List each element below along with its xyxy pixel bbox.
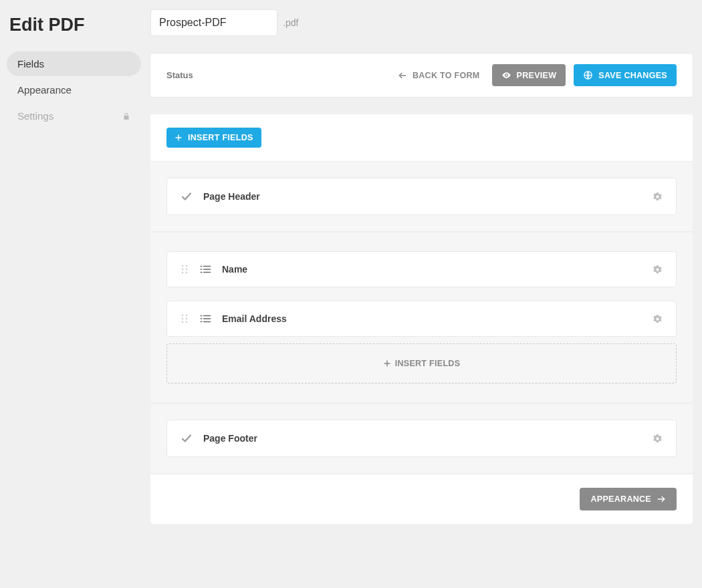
fields-panel: INSERT FIELDS Page Header [150,114,693,524]
gear-icon[interactable] [653,192,663,202]
svg-point-20 [182,321,184,323]
back-to-form-link[interactable]: BACK TO FORM [394,65,484,86]
gear-icon[interactable] [653,265,663,275]
check-icon [181,432,193,444]
document-name-input[interactable] [150,9,277,36]
sidebar-item-label: Settings [17,110,53,122]
file-extension: .pdf [283,17,298,28]
dropzone-label: INSERT FIELDS [395,359,461,368]
status-bar: Status BACK TO FORM PREVIEW SAVE CHANGES [150,53,693,97]
plus-icon [383,359,391,368]
svg-point-7 [186,269,188,271]
sidebar-item-fields[interactable]: Fields [7,51,141,76]
appearance-button[interactable]: APPEARANCE [580,488,677,510]
drag-handle-icon[interactable] [181,313,189,324]
lock-icon [122,112,130,120]
sidebar-item-label: Appearance [17,84,72,96]
page-footer-block[interactable]: Page Footer [166,420,677,457]
svg-point-19 [186,318,188,320]
check-icon [181,190,193,202]
page-title: Edit PDF [9,15,141,35]
field-label: Name [222,264,247,275]
text-field-icon [199,313,211,324]
insert-fields-label: INSERT FIELDS [188,133,253,142]
sidebar-item-settings[interactable]: Settings [7,104,141,128]
svg-point-6 [182,269,184,271]
status-label: Status [166,70,193,80]
gear-icon[interactable] [653,314,663,324]
preview-button[interactable]: PREVIEW [492,64,566,86]
svg-point-16 [182,315,184,317]
back-label: BACK TO FORM [413,71,480,80]
sidebar-item-label: Fields [17,58,44,69]
sidebar-item-appearance[interactable]: Appearance [7,78,141,102]
save-changes-button[interactable]: SAVE CHANGES [574,64,677,86]
field-row[interactable]: Email Address [166,301,677,337]
svg-point-5 [186,265,188,267]
svg-point-4 [182,265,184,267]
block-label: Page Footer [203,433,257,444]
appearance-label: APPEARANCE [590,494,651,504]
title-row: .pdf [150,9,693,36]
arrow-right-icon [657,494,666,504]
svg-point-17 [186,315,188,317]
save-label: SAVE CHANGES [598,71,667,80]
insert-fields-dropzone[interactable]: INSERT FIELDS [166,343,677,384]
preview-label: PREVIEW [517,71,557,80]
side-nav: Fields Appearance Settings [7,51,141,128]
svg-point-21 [186,321,188,323]
svg-point-8 [182,272,184,274]
globe-icon [583,70,593,80]
field-row[interactable]: Name [166,251,677,287]
arrow-left-icon [398,71,407,80]
block-label: Page Header [203,191,260,202]
page-header-block[interactable]: Page Header [166,178,677,215]
drag-handle-icon[interactable] [181,264,189,275]
eye-icon [501,70,511,80]
svg-point-18 [182,318,184,320]
gear-icon[interactable] [653,434,663,444]
svg-point-9 [186,272,188,274]
field-label: Email Address [222,313,287,324]
plus-icon [174,134,183,142]
insert-fields-button[interactable]: INSERT FIELDS [166,128,261,148]
text-field-icon [199,264,211,275]
